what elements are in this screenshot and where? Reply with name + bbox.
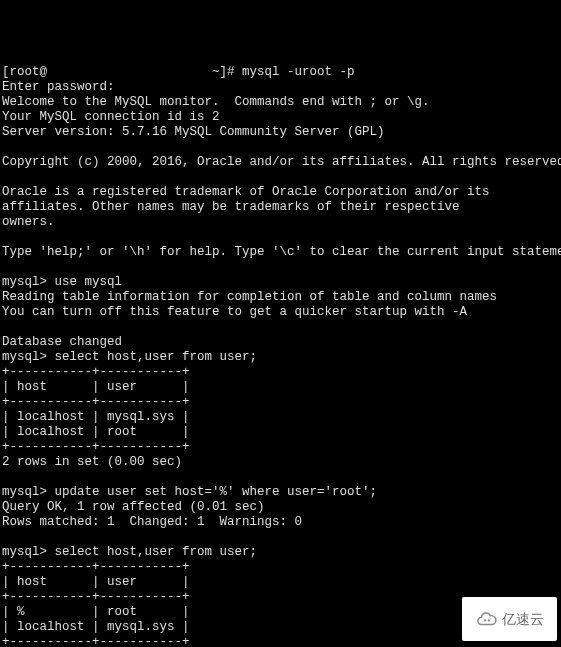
table-border: +-----------+-----------+ — [2, 590, 190, 604]
output-line: Your MySQL connection id is 2 — [2, 110, 220, 124]
mysql-prompt-line: mysql> select host,user from user; — [2, 350, 257, 364]
table-row: | localhost | root | — [2, 425, 190, 439]
output-line: Copyright (c) 2000, 2016, Oracle and/or … — [2, 155, 561, 169]
table-header: | host | user | — [2, 575, 190, 589]
output-line: Enter password: — [2, 80, 115, 94]
output-line: Server version: 5.7.16 MySQL Community S… — [2, 125, 385, 139]
output-line: Rows matched: 1 Changed: 1 Warnings: 0 — [2, 515, 302, 529]
output-line: affiliates. Other names may be trademark… — [2, 200, 460, 214]
shell-prompt-line: [root@xxxxxxxxxxxxxxxxxxxxx ~]# mysql -u… — [2, 65, 355, 79]
mysql-prompt-line: mysql> select host,user from user; — [2, 545, 257, 559]
output-line: Database changed — [2, 335, 122, 349]
output-line: Oracle is a registered trademark of Orac… — [2, 185, 490, 199]
output-line: Query OK, 1 row affected (0.01 sec) — [2, 500, 265, 514]
terminal-output[interactable]: [root@xxxxxxxxxxxxxxxxxxxxx ~]# mysql -u… — [2, 64, 559, 647]
table-border: +-----------+-----------+ — [2, 635, 190, 647]
mysql-prompt-line: mysql> use mysql — [2, 275, 122, 289]
svg-point-0 — [484, 619, 486, 621]
output-line: Type 'help;' or '\h' for help. Type '\c'… — [2, 245, 561, 259]
table-border: +-----------+-----------+ — [2, 365, 190, 379]
table-row: | % | root | — [2, 605, 190, 619]
output-line: Reading table information for completion… — [2, 290, 497, 304]
table-header: | host | user | — [2, 380, 190, 394]
table-row: | localhost | mysql.sys | — [2, 620, 190, 634]
output-line: 2 rows in set (0.00 sec) — [2, 455, 182, 469]
cloud-icon — [476, 608, 498, 630]
output-line: owners. — [2, 215, 55, 229]
watermark-text: 亿速云 — [502, 612, 544, 627]
table-row: | localhost | mysql.sys | — [2, 410, 190, 424]
mysql-prompt-line: mysql> update user set host='%' where us… — [2, 485, 377, 499]
output-line: You can turn off this feature to get a q… — [2, 305, 467, 319]
table-border: +-----------+-----------+ — [2, 440, 190, 454]
svg-point-1 — [487, 619, 489, 621]
table-border: +-----------+-----------+ — [2, 560, 190, 574]
shell-command: ~]# mysql -uroot -p — [205, 65, 355, 79]
redacted-hostname: xxxxxxxxxxxxxxxxxxxxx — [47, 64, 205, 79]
prompt-user-host: [root@ — [2, 65, 47, 79]
table-border: +-----------+-----------+ — [2, 395, 190, 409]
output-line: Welcome to the MySQL monitor. Commands e… — [2, 95, 430, 109]
watermark-badge: 亿速云 — [462, 597, 557, 641]
